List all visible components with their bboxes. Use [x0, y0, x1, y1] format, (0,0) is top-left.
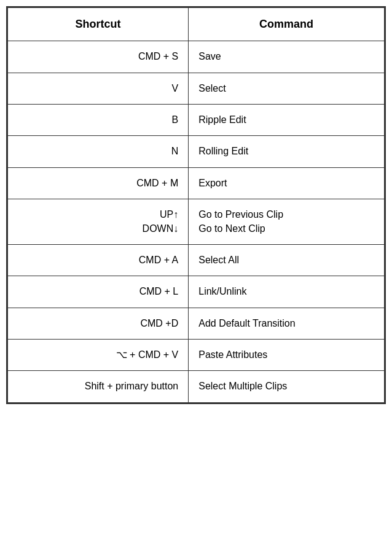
command-cell: Select All [189, 244, 385, 276]
shortcuts-table: Shortcut Command CMD + SSaveVSelectBRipp… [6, 6, 386, 404]
shortcut-cell: CMD +D [8, 308, 189, 339]
table-row: Shift + primary buttonSelect Multiple Cl… [8, 371, 385, 402]
shortcut-cell: V [8, 73, 189, 104]
command-cell: Rolling Edit [189, 136, 385, 167]
table-row: VSelect [8, 73, 385, 104]
command-cell: Ripple Edit [189, 104, 385, 135]
command-cell: Select [189, 73, 385, 104]
table-row: CMD + SSave [8, 41, 385, 73]
table-row: ⌥ + CMD + VPaste Attributes [8, 340, 385, 371]
command-cell: Link/Unlink [189, 276, 385, 308]
command-cell: Select Multiple Clips [189, 371, 385, 402]
command-cell: Save [189, 41, 385, 73]
shortcut-cell: Shift + primary button [8, 371, 189, 402]
table-row: CMD + LLink/Unlink [8, 276, 385, 308]
shortcut-cell: CMD + S [8, 41, 189, 73]
shortcut-cell: UP↑DOWN↓ [8, 199, 189, 245]
command-cell: Paste Attributes [189, 340, 385, 371]
shortcut-cell: CMD + L [8, 276, 189, 308]
table-row: NRolling Edit [8, 136, 385, 167]
table-row: BRipple Edit [8, 104, 385, 135]
shortcut-cell: N [8, 136, 189, 167]
shortcut-cell: ⌥ + CMD + V [8, 340, 189, 371]
command-cell: Add Default Transition [189, 308, 385, 339]
table-row: CMD +DAdd Default Transition [8, 308, 385, 339]
command-cell: Go to Previous ClipGo to Next Clip [189, 199, 385, 245]
shortcut-cell: CMD + A [8, 244, 189, 276]
table-row: CMD + MExport [8, 167, 385, 199]
shortcut-cell: CMD + M [8, 167, 189, 199]
table-header-row: Shortcut Command [8, 8, 385, 41]
table-row: UP↑DOWN↓Go to Previous ClipGo to Next Cl… [8, 199, 385, 245]
table-row: CMD + ASelect All [8, 244, 385, 276]
shortcut-cell: B [8, 104, 189, 135]
shortcut-header: Shortcut [8, 8, 189, 41]
command-header: Command [189, 8, 385, 41]
command-cell: Export [189, 167, 385, 199]
